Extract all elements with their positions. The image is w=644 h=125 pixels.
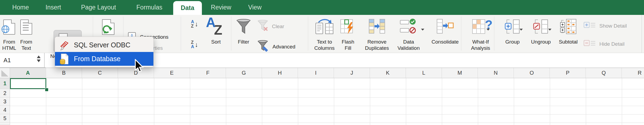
column-header-N[interactable]: N xyxy=(478,68,514,78)
subtotal-button[interactable]: Subtotal xyxy=(556,16,581,52)
group-separator xyxy=(181,17,181,51)
sort-a-glyph: A xyxy=(191,45,194,49)
column-header-O[interactable]: O xyxy=(514,68,550,78)
gridline-vertical xyxy=(226,78,226,125)
gridline-vertical xyxy=(154,78,154,125)
what-if-chevron-down-icon[interactable] xyxy=(487,29,490,31)
sort-ascending-button[interactable]: AZ ↓ xyxy=(189,19,200,29)
column-header-K[interactable]: K xyxy=(370,68,406,78)
consolidate-label: Consolidate xyxy=(432,39,459,45)
row-header-2[interactable]: 2 xyxy=(0,89,10,97)
ribbon-tab-bar: HomeInsertPage LayoutFormulasDataReviewV… xyxy=(0,0,644,15)
filter-button[interactable]: Filter xyxy=(234,16,253,52)
menu-item-sql-server-odbc[interactable]: SQL Server ODBC xyxy=(55,38,153,52)
ungroup-chevron-down-icon[interactable] xyxy=(548,29,551,31)
column-header-H[interactable]: H xyxy=(262,68,298,78)
stepper-down-icon[interactable] xyxy=(37,60,41,62)
column-header-A[interactable]: A xyxy=(10,68,46,78)
column-header-B[interactable]: B xyxy=(46,68,82,78)
group-chevron-down-icon[interactable] xyxy=(520,29,523,31)
group-separator xyxy=(461,17,461,51)
tab-view[interactable]: View xyxy=(247,0,263,15)
what-if-analysis-button[interactable]: ? What-If Analysis xyxy=(468,16,493,52)
globe-document-icon xyxy=(3,19,15,35)
tab-formulas[interactable]: Formulas xyxy=(135,0,164,15)
group-button[interactable]: Group xyxy=(503,16,522,52)
tab-data[interactable]: Data xyxy=(173,1,202,15)
column-header-R[interactable]: R xyxy=(622,68,644,78)
subtotal-label: Subtotal xyxy=(559,39,578,45)
text-to-columns-label: Text to Columns xyxy=(312,39,337,51)
tab-insert[interactable]: Insert xyxy=(44,0,63,15)
down-arrow-icon: ↓ xyxy=(195,41,198,48)
sort-descending-button[interactable]: ZA ↓ xyxy=(189,40,200,50)
gridline-vertical xyxy=(298,78,298,125)
clear-filter-icon xyxy=(258,20,268,33)
fill-handle[interactable] xyxy=(45,88,48,91)
tab-review[interactable]: Review xyxy=(209,0,233,15)
data-validation-chevron-down-icon[interactable] xyxy=(421,29,424,31)
excel-window: HomeInsertPage LayoutFormulasDataReviewV… xyxy=(0,0,644,125)
select-all-triangle-icon xyxy=(1,70,8,77)
column-headers: ABCDEFGHIJKLMNOPQR xyxy=(0,68,644,78)
row-header-4[interactable]: 4 xyxy=(0,106,10,114)
from-text-label: From Text xyxy=(18,39,35,51)
mouse-cursor xyxy=(133,59,145,74)
column-header-J[interactable]: J xyxy=(334,68,370,78)
from-html-label: From HTML xyxy=(1,39,18,51)
row-header-1[interactable]: 1 xyxy=(0,78,10,89)
sort-button[interactable]: A Z Sort xyxy=(205,16,227,52)
show-detail-icon xyxy=(583,21,596,31)
gridline-vertical xyxy=(118,78,118,125)
menu-item-label: SQL Server ODBC xyxy=(74,41,130,49)
tab-home[interactable]: Home xyxy=(11,0,30,15)
selected-cell-outline xyxy=(10,78,46,89)
flash-fill-label: Flash Fill xyxy=(339,39,357,51)
consolidate-button[interactable]: Consolidate xyxy=(431,16,459,52)
filter-label: Filter xyxy=(238,39,249,45)
name-box[interactable]: A1 xyxy=(0,53,45,68)
remove-duplicates-label: Remove Duplicates xyxy=(364,39,390,51)
stepper-up-icon[interactable] xyxy=(37,55,41,58)
clear-filter-button[interactable]: Clear xyxy=(258,20,284,33)
row-header-3[interactable]: 3 xyxy=(0,97,10,106)
text-document-icon xyxy=(20,19,32,35)
tab-page-layout[interactable]: Page Layout xyxy=(79,0,117,15)
spreadsheet-grid[interactable]: ABCDEFGHIJKLMNOPQR 12345 xyxy=(0,68,644,125)
column-header-C[interactable]: C xyxy=(82,68,118,78)
column-header-M[interactable]: M xyxy=(442,68,478,78)
column-header-G[interactable]: G xyxy=(226,68,262,78)
gridline-vertical xyxy=(406,78,406,125)
column-header-Q[interactable]: Q xyxy=(586,68,622,78)
from-text-button[interactable]: From Text xyxy=(18,16,35,52)
gridline-vertical xyxy=(82,78,82,125)
sort-label: Sort xyxy=(211,39,221,45)
hide-detail-button[interactable]: Hide Detail xyxy=(583,39,625,49)
gridline-vertical xyxy=(622,78,622,125)
name-box-stepper[interactable] xyxy=(37,55,41,62)
database-file-icon xyxy=(55,53,74,65)
data-validation-icon xyxy=(400,18,418,36)
row-header-partial[interactable] xyxy=(0,123,10,125)
group-separator xyxy=(494,17,494,51)
name-box-value: A1 xyxy=(4,53,11,68)
from-html-button[interactable]: From HTML xyxy=(1,16,18,52)
advanced-filter-button[interactable]: Advanced xyxy=(258,40,295,53)
column-header-P[interactable]: P xyxy=(550,68,586,78)
column-header-E[interactable]: E xyxy=(154,68,190,78)
select-all-corner[interactable] xyxy=(0,68,10,78)
row-header-5[interactable]: 5 xyxy=(0,114,10,123)
column-header-F[interactable]: F xyxy=(190,68,226,78)
text-to-columns-button[interactable]: Text to Columns xyxy=(312,16,337,52)
gridline-horizontal xyxy=(10,123,644,123)
data-validation-button[interactable]: Data Validation xyxy=(395,16,423,52)
ribbon-right-edge xyxy=(642,15,642,53)
flash-fill-button[interactable]: Flash Fill xyxy=(339,16,357,52)
gridline-vertical xyxy=(514,78,514,125)
column-header-I[interactable]: I xyxy=(298,68,334,78)
remove-duplicates-button[interactable]: Remove Duplicates xyxy=(364,16,390,52)
column-header-L[interactable]: L xyxy=(406,68,442,78)
ungroup-button[interactable]: Ungroup xyxy=(529,16,553,52)
ungroup-label: Ungroup xyxy=(531,39,551,45)
show-detail-button[interactable]: Show Detail xyxy=(583,21,627,31)
